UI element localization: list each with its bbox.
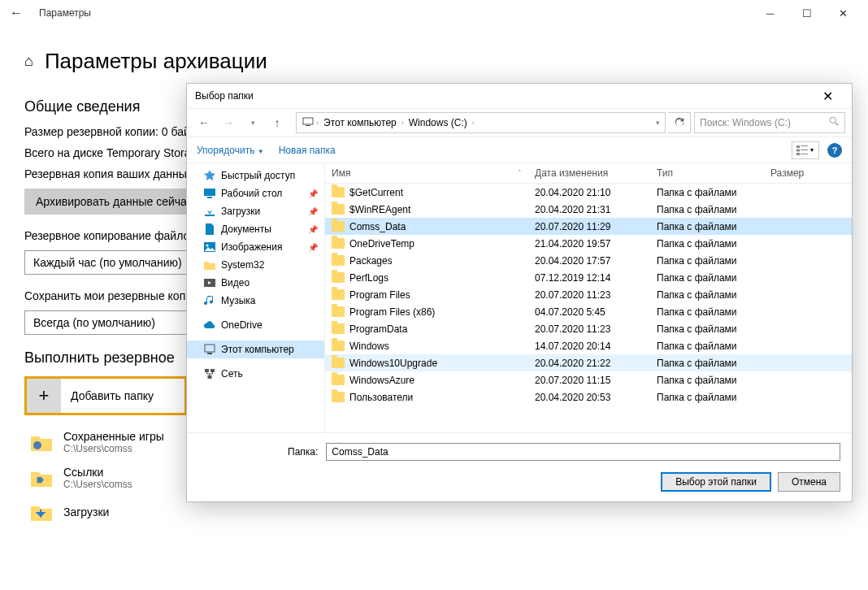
tree-item[interactable]: OneDrive [187,316,324,334]
tree-item[interactable]: Видео [187,274,324,292]
doc-icon [203,223,216,236]
list-row[interactable]: Пользователи 20.04.2020 20:53 Папка с фа… [325,388,852,406]
maximize-button[interactable]: ☐ [788,0,825,26]
help-button[interactable]: ? [827,143,842,158]
search-input[interactable]: Поиск: Windows (C:) [694,112,845,133]
list-row[interactable]: $WinREAgent 20.04.2020 21:31 Папка с фай… [325,201,852,218]
column-name[interactable]: Имя˄ [325,163,528,183]
navigation-tree: Быстрый доступ Рабочий стол 📌 Загрузки 📌… [187,163,325,432]
nav-back-button[interactable]: ← [193,112,215,133]
add-folder-label: Добавить папку [71,389,154,402]
new-folder-button[interactable]: Новая папка [279,145,336,156]
nav-forward-button[interactable]: → [218,112,239,133]
close-button[interactable]: ✕ [825,0,861,26]
tree-item[interactable]: Загрузки 📌 [187,202,324,220]
list-row[interactable]: Windows10Upgrade 20.04.2020 21:22 Папка … [325,354,852,371]
view-mode-button[interactable]: ▼ [792,141,819,159]
row-date: 04.07.2020 5:45 [528,306,650,318]
svg-rect-8 [801,150,808,150]
folder-icon [332,204,345,215]
list-row[interactable]: OneDriveTemp 21.04.2020 19:57 Папка с фа… [325,235,852,252]
folder-label: Папка: [288,446,318,458]
folder-icon [332,358,345,368]
dialog-bottom: Папка: Выбор этой папки Отмена [187,432,852,501]
net-icon [203,367,216,380]
row-name: PerfLogs [349,272,388,284]
list-row[interactable]: Program Files 20.07.2020 11:23 Папка с ф… [325,286,852,303]
row-type: Папка с файлами [650,204,764,215]
list-row[interactable]: Comss_Data 20.07.2020 11:29 Папка с файл… [325,218,852,235]
tree-item[interactable]: Быстрый доступ [187,167,324,184]
back-button[interactable]: ← [7,6,26,20]
row-date: 20.04.2020 21:10 [528,187,650,198]
desktop-icon [203,187,216,200]
search-icon [829,116,840,129]
refresh-button[interactable] [668,112,691,133]
tree-item[interactable]: Рабочий стол 📌 [187,184,324,202]
pin-icon: 📌 [308,207,318,216]
list-row[interactable]: PerfLogs 07.12.2019 12:14 Папка с файлам… [325,269,852,286]
nav-up-button[interactable]: ↑ [267,112,288,133]
breadcrumb-item[interactable]: Этот компьютер [320,117,400,128]
list-row[interactable]: WindowsAzure 20.07.2020 11:15 Папка с фа… [325,371,852,388]
tree-item-label: Сеть [221,368,243,380]
folder-entry[interactable]: Загрузки [29,501,844,523]
list-row[interactable]: ProgramData 20.07.2020 11:23 Папка с фай… [325,320,852,337]
folder-icon [332,341,345,351]
tree-item-label: Видео [221,277,250,288]
tree-item[interactable]: Музыка [187,292,324,310]
svg-point-3 [830,117,835,123]
folder-icon [29,432,54,453]
column-size[interactable]: Размер [764,163,829,183]
folder-name-input[interactable] [326,443,840,461]
pin-icon: 📌 [308,189,318,198]
minimize-button[interactable]: ─ [752,0,788,26]
tree-item[interactable]: Сеть [187,365,324,383]
tree-item[interactable]: Этот компьютер [187,341,324,358]
tree-item-label: Загрузки [221,206,260,217]
add-folder-button[interactable]: + Добавить папку [24,376,187,415]
list-row[interactable]: $GetCurrent 20.04.2020 21:10 Папка с фай… [325,184,852,201]
list-row[interactable]: Packages 20.04.2020 17:57 Папка с файлам… [325,252,852,269]
column-date[interactable]: Дата изменения [528,163,650,183]
select-folder-button[interactable]: Выбор этой папки [661,472,771,492]
tree-item[interactable]: Изображения 📌 [187,238,324,256]
svg-rect-13 [205,215,215,216]
svg-rect-20 [210,369,215,372]
column-type[interactable]: Тип [650,163,764,183]
cancel-button[interactable]: Отмена [778,472,840,492]
svg-rect-19 [205,369,209,372]
settings-header: ⌂ Параметры архивации [24,49,844,74]
tree-item-label: System32 [221,259,264,271]
pin-icon: 📌 [308,225,318,234]
breadcrumb-dropdown-icon[interactable]: ▾ [656,119,660,127]
folder-icon [332,306,345,317]
tree-item[interactable]: Документы 📌 [187,220,324,238]
breadcrumb-item[interactable]: Windows (C:) [406,117,471,128]
nav-history-button[interactable]: ▾ [242,112,263,133]
home-icon[interactable]: ⌂ [24,53,33,70]
dialog-titlebar: Выбор папки ✕ [187,84,852,108]
settings-titlebar: ← Параметры ─ ☐ ✕ [0,0,868,26]
row-name: Windows10Upgrade [349,358,437,369]
organize-button[interactable]: Упорядочить ▼ [197,145,264,156]
breadcrumb-bar[interactable]: › Этот компьютер › Windows (C:) › ▾ [296,112,666,133]
plus-icon: + [27,379,61,413]
svg-rect-7 [796,149,800,151]
folder-icon [332,272,345,283]
folder-icon [332,187,345,197]
folder-icon [332,392,345,402]
dialog-title: Выбор папки [195,90,254,102]
list-row[interactable]: Program Files (x86) 04.07.2020 5:45 Папк… [325,303,852,320]
list-row[interactable]: Windows 14.07.2020 20:14 Папка с файлами [325,337,852,354]
tree-item[interactable]: System32 [187,256,324,274]
svg-rect-2 [306,125,310,126]
tree-item-label: Рабочий стол [221,188,282,199]
dialog-close-button[interactable]: ✕ [811,89,844,104]
svg-rect-9 [796,153,800,155]
frequency-value: Каждый час (по умолчанию) [33,256,182,269]
row-name: Program Files [349,289,410,301]
tree-item-label: Музыка [221,295,255,306]
backup-now-button[interactable]: Архивировать данные сейчас [24,189,204,215]
folder-icon [332,221,345,232]
